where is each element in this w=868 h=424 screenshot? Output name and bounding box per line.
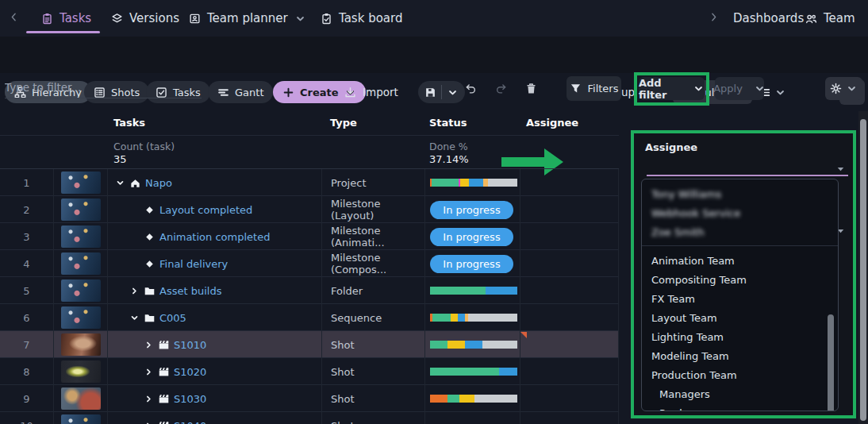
add-filter-button[interactable]: Add filter [639, 77, 705, 100]
chevron-right-icon[interactable] [143, 422, 154, 424]
chevron-down-icon[interactable] [754, 83, 766, 94]
task-name-link[interactable]: Final delivery [159, 258, 228, 270]
assignee-cell [520, 223, 619, 250]
table-row[interactable]: 8S1020Shot [0, 358, 619, 385]
progress-segment-green [432, 179, 459, 187]
assignee-option-team[interactable]: Compositing Team [642, 270, 838, 289]
shot-thumbnail[interactable] [61, 199, 101, 221]
assignee-cell [520, 304, 619, 331]
tab-versions[interactable]: Versions [111, 0, 179, 37]
dropdown-scrollbar-thumb[interactable] [828, 314, 834, 411]
chevron-down-icon[interactable] [114, 179, 125, 187]
column-header-status[interactable]: Status [429, 117, 467, 129]
chevron-right-icon[interactable] [143, 368, 154, 376]
column-header-type[interactable]: Type [330, 117, 357, 129]
table-row[interactable]: 10S1040Shot [0, 412, 619, 424]
task-type: Folder [321, 277, 424, 304]
top-nav: Tasks Versions Team planner Task board D… [0, 0, 868, 37]
page-scrollbar-thumb[interactable] [860, 119, 866, 421]
chevron-right-icon[interactable] [143, 395, 154, 403]
table-row[interactable]: 9S1030Shot [0, 385, 619, 412]
chevron-right-icon[interactable] [129, 287, 140, 295]
milestone-icon [144, 204, 156, 216]
shot-thumbnail[interactable] [61, 360, 101, 383]
assignee-option-team[interactable]: Lighting Team [642, 327, 838, 346]
active-tab-underline [26, 31, 100, 33]
shot-thumbnail[interactable] [61, 387, 101, 410]
table-row[interactable]: 6C005Sequence [0, 304, 619, 331]
count-value: 35 [113, 153, 127, 165]
filters-button[interactable]: Filters [567, 76, 621, 101]
shot-thumbnail[interactable] [61, 414, 101, 424]
home-icon [129, 177, 141, 189]
progress-segment-green [447, 395, 459, 403]
apply-split-button[interactable]: Apply [715, 77, 764, 100]
table-row[interactable]: 3Animation completedMilestone (Animati..… [0, 223, 619, 250]
task-name-cell: S1040 [107, 412, 321, 424]
table-row[interactable]: 1NapoProject [0, 169, 619, 196]
tasks-clipboard-icon [41, 13, 53, 25]
table-row[interactable]: 5Asset buildsFolder [0, 277, 619, 304]
task-name-link[interactable]: Asset builds [159, 285, 221, 297]
task-name-link[interactable]: S1020 [174, 366, 206, 378]
assignee-option-user[interactable]: Tony Williams [642, 184, 838, 203]
filter-settings-button[interactable] [825, 77, 862, 100]
row-number: 7 [0, 331, 53, 358]
shot-thumbnail[interactable] [61, 279, 101, 302]
thumbnail-cell [53, 169, 107, 196]
progress-segment-green [430, 341, 447, 349]
nav-team[interactable]: Team [805, 0, 855, 37]
chevron-right-icon[interactable] [143, 341, 154, 349]
assignee-option-team[interactable]: Modeling Team [642, 346, 838, 365]
nav-dashboards[interactable]: Dashboards [733, 0, 804, 37]
assignee-option-subteam[interactable]: Producers [642, 403, 838, 411]
table-row[interactable]: 2Layout completedMilestone (Layout)In pr… [0, 196, 619, 223]
assignee-option-team[interactable]: Animation Team [642, 251, 838, 270]
assignee-option-team[interactable]: FX Team [642, 289, 838, 308]
shot-thumbnail[interactable] [61, 252, 101, 275]
task-name-link[interactable]: Layout completed [159, 204, 252, 216]
assignee-option-subteam[interactable]: Managers [642, 384, 838, 403]
task-name-link[interactable]: S1010 [174, 339, 206, 351]
assignee-option-user[interactable]: Webhook Service [642, 203, 838, 222]
status-badge[interactable]: In progress [430, 228, 513, 246]
assignee-select[interactable] [647, 159, 848, 176]
task-name-link[interactable]: S1030 [174, 393, 206, 405]
milestone-icon [144, 231, 156, 243]
assignee-cell [520, 331, 619, 358]
table-row[interactable]: 7S1010Shot [0, 331, 619, 358]
task-name-link[interactable]: Animation completed [159, 231, 270, 243]
task-name-link[interactable]: S1040 [174, 420, 206, 424]
status-cell: In progress [424, 223, 520, 250]
progress-segment-blue [465, 341, 482, 349]
shot-thumbnail[interactable] [61, 306, 101, 329]
assignee-option-team[interactable]: Production Team [642, 365, 838, 384]
shot-thumbnail[interactable] [61, 172, 101, 194]
tab-task-board[interactable]: Task board [321, 0, 402, 37]
thumbnail-cell [53, 277, 107, 304]
assignee-option-team[interactable]: Layout Team [642, 308, 838, 327]
task-name-link[interactable]: C005 [159, 312, 186, 324]
assignee-cell [520, 277, 619, 304]
shot-thumbnail[interactable] [61, 333, 101, 356]
column-header-tasks[interactable]: Tasks [113, 117, 145, 129]
user-options-group: Tony WilliamsWebhook ServiceZoe Smith [642, 179, 838, 241]
status-cell [424, 358, 520, 385]
column-header-assignee[interactable]: Assignee [526, 117, 578, 129]
progress-segment-yellow [459, 395, 474, 403]
page-scrollbar-track[interactable] [858, 111, 868, 424]
chevron-down-icon[interactable] [129, 314, 140, 322]
forward-chevron-icon[interactable] [708, 11, 720, 23]
progress-segment-yellow [447, 341, 465, 349]
tab-team-planner[interactable]: Team planner [189, 0, 306, 37]
filter-input[interactable] [5, 76, 202, 98]
status-badge[interactable]: In progress [430, 255, 513, 273]
status-progress-bar [430, 341, 517, 349]
task-name-link[interactable]: Napo [145, 177, 172, 189]
back-chevron-icon[interactable] [8, 11, 20, 23]
table-row[interactable]: 4Final deliveryMilestone (Compos...In pr… [0, 250, 619, 277]
status-badge[interactable]: In progress [430, 201, 513, 219]
task-board-icon [321, 13, 332, 25]
assignee-option-user[interactable]: Zoe Smith [642, 222, 838, 241]
shot-thumbnail[interactable] [61, 225, 101, 248]
